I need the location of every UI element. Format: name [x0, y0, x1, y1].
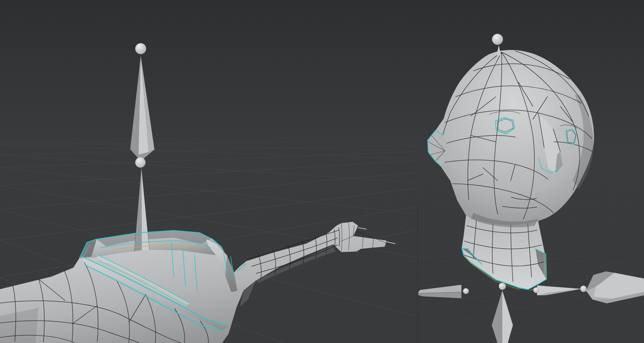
joint-sphere-clavicle-left[interactable] [463, 288, 469, 294]
joint-sphere-mid[interactable] [135, 157, 146, 168]
joint-sphere-shoulder-right[interactable] [580, 286, 587, 292]
viewport-svg[interactable] [0, 0, 644, 343]
viewport-canvas[interactable] [0, 0, 644, 343]
joint-sphere-top[interactable] [135, 43, 146, 54]
joint-sphere-shoulder-left[interactable] [533, 287, 539, 293]
joint-sphere-head[interactable] [492, 34, 503, 45]
